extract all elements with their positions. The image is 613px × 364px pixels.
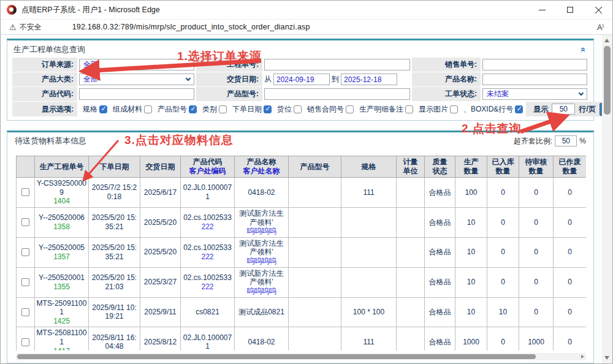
column-header-10: 生产数量 bbox=[455, 156, 487, 178]
order-no-cell[interactable]: MTS-2508110011417 bbox=[35, 327, 89, 351]
address-bar[interactable]: ⚠ 不安全 192.168.0.32:789/mis/mrp/slc_produ… bbox=[1, 19, 612, 35]
quality-status-cell: 合格品 bbox=[425, 178, 455, 208]
query-form: 订单来源: 全部 工程单号: 销售单号: 产品大类: 全部 交货日期: 从 到 bbox=[12, 58, 588, 101]
product-name-input[interactable] bbox=[482, 74, 587, 85]
date-from-input[interactable] bbox=[273, 74, 330, 85]
checkbox-unchecked-icon[interactable] bbox=[219, 105, 227, 113]
checkbox-checked-icon[interactable] bbox=[189, 105, 197, 113]
sales-no-input[interactable] bbox=[482, 59, 587, 70]
horizontal-scrollbar-thumb[interactable] bbox=[17, 354, 536, 359]
close-button[interactable] bbox=[584, 1, 612, 19]
order-no-cell[interactable]: Y--2505200051357 bbox=[35, 237, 89, 267]
column-header-13: 已作废数量 bbox=[554, 156, 587, 178]
edge-logo-icon bbox=[7, 5, 17, 15]
checkbox-checked-icon[interactable] bbox=[515, 105, 523, 113]
qty-in-stock-cell: 0 bbox=[487, 237, 519, 267]
collapse-panel-icon[interactable]: « bbox=[579, 47, 588, 52]
window-title: 点睛ERP子系统 - 用户1 - Microsoft Edge bbox=[21, 5, 160, 15]
checkbox-unchecked-icon[interactable] bbox=[144, 105, 152, 113]
row-checkbox[interactable] bbox=[21, 308, 29, 316]
display-option-1: 组成材料 bbox=[113, 104, 152, 115]
spec-cell: 111 bbox=[341, 327, 397, 351]
checkbox-checked-icon[interactable] bbox=[264, 105, 272, 113]
order-no-cell[interactable]: Y--2505200061358 bbox=[35, 207, 89, 237]
row-checkbox[interactable] bbox=[21, 248, 29, 256]
order-source-select[interactable]: 全部 bbox=[79, 59, 194, 70]
table-row[interactable]: Y--25052000613582025/5/20 15:35:212025/5… bbox=[17, 207, 587, 237]
maximize-button[interactable] bbox=[556, 1, 584, 19]
product-category-select[interactable]: 全部 bbox=[79, 74, 194, 85]
order-date-cell: 2025/9/11 10:19:21 bbox=[89, 297, 140, 327]
customer-code-link[interactable]: 222 bbox=[182, 282, 233, 292]
row-checkbox[interactable] bbox=[21, 218, 29, 226]
display-option-label: 显示图片 bbox=[419, 104, 448, 115]
column-header-6: 产品型号 bbox=[289, 156, 341, 178]
browser-window: 点睛ERP子系统 - 用户1 - Microsoft Edge ⚠ 不安全 19… bbox=[0, 0, 613, 364]
order-status-label: 工单状态: bbox=[412, 87, 481, 101]
horizontal-scrollbar[interactable] bbox=[16, 353, 586, 360]
customer-name-link[interactable]: 呜呜呜呜 bbox=[236, 227, 287, 236]
display-option-label: 组成材料 bbox=[113, 104, 142, 115]
product-code-cell: 02.cs.1002533222 bbox=[181, 237, 235, 267]
sales-no-label: 销售单号: bbox=[412, 58, 481, 72]
table-row[interactable]: MTS-25091100114252025/9/11 10:19:212025/… bbox=[17, 297, 587, 327]
ratio-input[interactable] bbox=[555, 135, 577, 146]
rows-per-page-suffix: 行/页 bbox=[579, 104, 595, 115]
order-no-cell[interactable]: Y-CS3925000091404 bbox=[35, 178, 89, 208]
checkbox-checked-icon[interactable] bbox=[99, 105, 107, 113]
table-row[interactable]: Y-CS39250000914042025/7/2 15:20:182025/6… bbox=[17, 178, 587, 208]
column-header-1: 生产工程单号 bbox=[35, 156, 89, 178]
unit-cell bbox=[397, 237, 425, 267]
vertical-scrollbar[interactable] bbox=[602, 35, 612, 363]
customer-code-link[interactable]: 222 bbox=[182, 222, 233, 232]
row-checkbox[interactable] bbox=[21, 188, 29, 196]
scroll-right-icon[interactable] bbox=[581, 355, 584, 358]
delivery-date-label: 交货日期: bbox=[196, 72, 262, 86]
table-row[interactable]: MTS-25081100114172025/8/11 16:04:482025/… bbox=[17, 327, 587, 351]
product-model-cell bbox=[289, 297, 341, 327]
quality-status-cell: 合格品 bbox=[425, 327, 455, 351]
checkbox-unchecked-icon[interactable] bbox=[405, 105, 413, 113]
order-status-select[interactable]: 未结案 bbox=[482, 88, 587, 100]
page-content: 生产工程单信息查询 « 订单来源: 全部 工程单号: 销售单号: 产品大类: 全… bbox=[1, 35, 612, 363]
url-text[interactable]: 192.168.0.32:789/mis/mrp/slc_product_int… bbox=[72, 23, 310, 31]
read-aloud-icon[interactable]: A) bbox=[597, 23, 604, 32]
ratio-unit: % bbox=[579, 137, 586, 145]
scroll-down-icon[interactable] bbox=[604, 356, 609, 360]
product-model-cell bbox=[289, 237, 341, 267]
qty-produce-cell: 10 bbox=[455, 207, 487, 237]
security-label: 不安全 bbox=[20, 22, 42, 32]
qty-produce-cell: 10 bbox=[455, 237, 487, 267]
qty-in-stock-cell: 0 bbox=[487, 267, 519, 297]
qty-pending-review-cell: 1000 bbox=[519, 327, 554, 351]
customer-name-link[interactable]: 呜呜呜呜 bbox=[236, 287, 287, 296]
product-model-input[interactable] bbox=[264, 88, 410, 100]
order-no-cell[interactable]: MTS-2509110011425 bbox=[35, 297, 89, 327]
customer-name-link[interactable]: 呜呜呜呜 bbox=[236, 257, 287, 266]
product-name-cell: 0418-02 bbox=[235, 327, 289, 351]
checkbox-unchecked-icon[interactable] bbox=[294, 105, 302, 113]
product-code-label: 产品代码: bbox=[12, 87, 77, 101]
date-to-label: 到 bbox=[332, 74, 339, 85]
row-checkbox[interactable] bbox=[21, 278, 29, 286]
scroll-up-icon[interactable] bbox=[604, 39, 609, 42]
vertical-scrollbar-thumb[interactable] bbox=[604, 46, 611, 115]
table-row[interactable]: Y--25052000113552025/5/20 15:21:032025/3… bbox=[17, 267, 587, 297]
product-category-label: 产品大类: bbox=[12, 72, 77, 86]
checkbox-unchecked-icon[interactable] bbox=[346, 105, 354, 113]
qty-void-cell: 0 bbox=[554, 178, 587, 208]
row-checkbox[interactable] bbox=[21, 338, 29, 346]
column-header-9: 质量状态 bbox=[425, 156, 455, 178]
project-no-input[interactable] bbox=[264, 59, 410, 70]
column-header-12: 待审核数量 bbox=[519, 156, 554, 178]
product-code-input[interactable] bbox=[79, 88, 194, 100]
qty-void-cell: 0 bbox=[554, 207, 587, 237]
minimize-button[interactable] bbox=[528, 1, 556, 19]
checkbox-unchecked-icon[interactable] bbox=[450, 105, 458, 113]
customer-code-link[interactable]: 222 bbox=[182, 252, 233, 262]
order-source-label: 订单来源: bbox=[12, 58, 77, 72]
order-no-cell[interactable]: Y--2505200011355 bbox=[35, 267, 89, 297]
table-row[interactable]: Y--25052000513572025/5/20 15:35:212025/5… bbox=[17, 237, 587, 267]
date-to-input[interactable] bbox=[341, 74, 397, 85]
rows-per-page-input[interactable] bbox=[552, 104, 575, 115]
